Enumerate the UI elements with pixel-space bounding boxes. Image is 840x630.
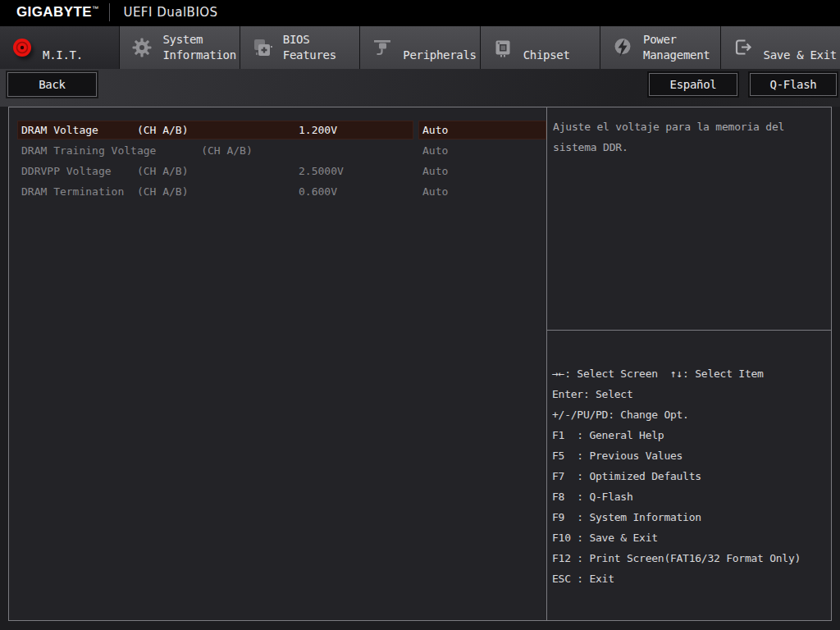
tab-label-line: Management (643, 48, 710, 63)
main-menu-tabbar: M.I.T. System Informa (0, 25, 840, 69)
bios-chip-icon (251, 36, 274, 59)
settings-list: DRAM Voltage (CH A/B) 1.200V Auto DRAM T… (9, 107, 547, 620)
legend-f1: F1 : General Help (552, 425, 829, 445)
item-help-text: Ajuste el voltaje para la memoria del si… (547, 107, 831, 331)
tab-label-line (403, 32, 476, 48)
setting-option[interactable]: Auto (422, 144, 448, 157)
tab-system-information[interactable]: System Information (120, 26, 240, 69)
mouse-peripheral-icon (371, 36, 394, 59)
help-sidebar: Ajuste el voltaje para la memoria del si… (547, 107, 831, 620)
tab-mit[interactable]: M.I.T. (0, 26, 120, 69)
setting-value: 1.200V (299, 124, 337, 136)
header-divider (109, 3, 110, 21)
tab-label-line (523, 32, 570, 48)
setting-option[interactable]: Auto (422, 124, 448, 136)
legend-select-screen-item: →←: Select Screen ↑↓: Select Item (552, 363, 829, 384)
legend-enter: Enter: Select (552, 384, 829, 404)
tab-label-line: System (162, 32, 235, 48)
legend-f9: F9 : System Information (552, 507, 829, 527)
setting-name: DRAM Termination (CH A/B) (21, 185, 299, 198)
legend-esc: ESC : Exit (552, 568, 829, 589)
legend-change-opt: +/-/PU/PD: Change Opt. (552, 404, 829, 425)
tab-power-management[interactable]: Power Management (600, 26, 720, 69)
legend-f8: F8 : Q-Flash (552, 486, 829, 507)
legend-f12: F12 : Print Screen(FAT16/32 Format Only) (552, 548, 829, 568)
tab-label-line: Features (283, 48, 336, 63)
setting-row-ddrvpp-voltage[interactable]: DDRVPP Voltage (CH A/B) 2.5000V Auto (17, 161, 546, 181)
setting-value: 0.600V (299, 185, 337, 198)
bios-title: UEFI DualBIOS (123, 5, 217, 20)
setting-value: 2.5000V (299, 165, 344, 177)
top-bar: GIGABYTE™ UEFI DualBIOS (0, 0, 840, 25)
tab-label-line: Power (643, 32, 710, 48)
tab-label-line (764, 32, 837, 48)
exit-door-arrow-icon (732, 36, 755, 59)
lightning-bolt-icon (611, 36, 634, 59)
tab-label-line: Peripherals (403, 48, 476, 63)
qflash-button[interactable]: Q-Flash (750, 73, 837, 96)
tab-save-exit[interactable]: Save & Exit (721, 26, 840, 69)
tab-label-line: Chipset (523, 48, 570, 63)
tab-label-line: BIOS (283, 32, 336, 48)
toolbar: Back Español Q-Flash (0, 69, 840, 107)
setting-row-dram-training-voltage[interactable]: DRAM Training Voltage (CH A/B) Auto (17, 140, 546, 161)
tab-chipset[interactable]: Chipset (481, 26, 600, 69)
tab-label-line: Save & Exit (764, 48, 837, 63)
tab-peripherals[interactable]: Peripherals (360, 26, 480, 69)
key-legend: →←: Select Screen ↑↓: Select Item Enter:… (547, 331, 831, 620)
tab-bios-features[interactable]: BIOS Features (240, 26, 360, 69)
setting-row-dram-termination[interactable]: DRAM Termination (CH A/B) 0.600V Auto (17, 181, 546, 202)
setting-option[interactable]: Auto (422, 185, 448, 198)
gigabyte-logo: GIGABYTE™ (16, 4, 98, 21)
legend-f7: F7 : Optimized Defaults (552, 466, 829, 486)
setting-option[interactable]: Auto (422, 165, 448, 177)
tab-label-line: M.I.T. (43, 48, 83, 63)
tab-label-line: Information (162, 48, 235, 63)
content-area: DRAM Voltage (CH A/B) 1.200V Auto DRAM T… (8, 107, 832, 621)
chipset-icon (491, 36, 514, 59)
setting-name: DDRVPP Voltage (CH A/B) (21, 165, 299, 177)
trademark-symbol: ™ (92, 5, 98, 12)
language-button[interactable]: Español (649, 73, 737, 96)
legend-f10: F10 : Save & Exit (552, 527, 829, 548)
legend-f5: F5 : Previous Values (552, 445, 829, 466)
gear-icon (130, 36, 153, 59)
mit-red-dot-icon (11, 36, 34, 59)
setting-row-dram-voltage[interactable]: DRAM Voltage (CH A/B) 1.200V Auto (17, 120, 546, 140)
tab-label-line (43, 32, 83, 48)
setting-name: DRAM Training Voltage (CH A/B) (21, 144, 299, 157)
setting-name: DRAM Voltage (CH A/B) (21, 124, 299, 136)
back-button[interactable]: Back (7, 72, 97, 97)
